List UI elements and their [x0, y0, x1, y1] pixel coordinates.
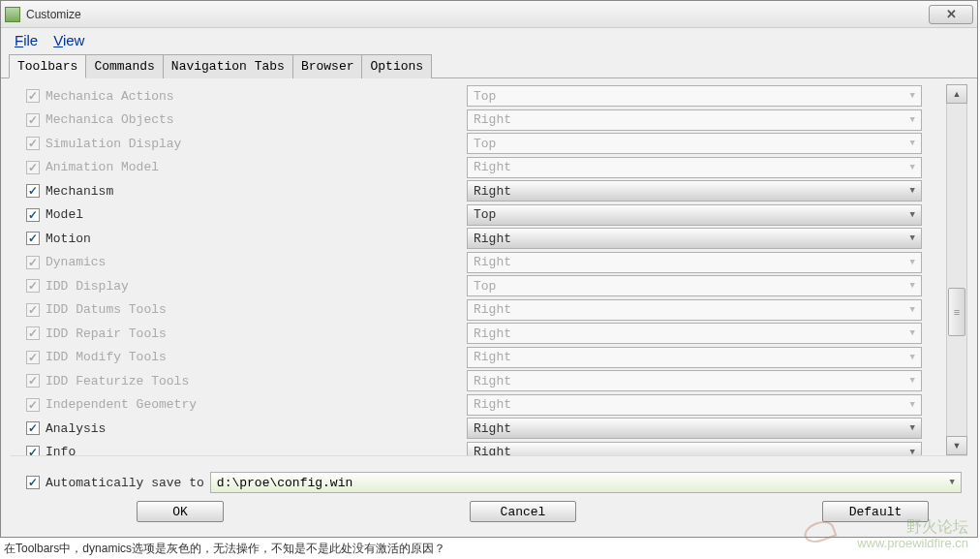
toolbar-label: Analysis: [46, 421, 467, 436]
position-dropdown: Right: [467, 347, 922, 368]
toolbar-checkbox: [26, 161, 40, 174]
toolbar-checkbox: [26, 89, 40, 103]
toolbar-checkbox: [26, 326, 40, 340]
toolbar-row: IDD Modify ToolsRight: [11, 346, 942, 370]
toolbar-row: MotionRight: [11, 227, 942, 251]
toolbar-label: Animation Model: [46, 160, 467, 174]
toolbar-list: Mechanica ActionsTopMechanica ObjectsRig…: [11, 84, 942, 455]
toolbar-row: IDD Datums ToolsRight: [11, 298, 942, 323]
toolbar-row: MechanismRight: [11, 179, 942, 203]
position-dropdown: Right: [467, 252, 922, 273]
toolbar-checkbox: [26, 374, 40, 388]
position-dropdown: Top: [467, 275, 922, 296]
tab-toolbars[interactable]: Toolbars: [9, 54, 86, 78]
toolbar-label: IDD Modify Tools: [46, 350, 467, 364]
toolbar-label: IDD Datums Tools: [46, 302, 467, 317]
position-dropdown: Top: [467, 133, 922, 154]
toolbar-label: Info: [46, 445, 467, 455]
position-dropdown[interactable]: Right: [467, 442, 922, 455]
toolbar-label: Independent Geometry: [46, 397, 467, 412]
toolbar-row: Mechanica ObjectsRight: [11, 109, 942, 133]
position-dropdown: Right: [467, 157, 922, 178]
tab-commands[interactable]: Commands: [85, 54, 163, 78]
position-dropdown: Top: [467, 85, 922, 107]
autosave-checkbox[interactable]: [26, 476, 40, 489]
customize-window: Customize ✕ File View ToolbarsCommandsNa…: [0, 0, 978, 538]
toolbar-row: DynamicsRight: [11, 251, 942, 275]
window-title: Customize: [26, 8, 929, 21]
ok-button[interactable]: OK: [137, 501, 224, 522]
menu-view[interactable]: View: [47, 30, 90, 50]
default-button[interactable]: Default: [822, 501, 929, 522]
position-dropdown: Right: [467, 370, 922, 391]
toolbar-row: Simulation DisplayTop: [11, 132, 942, 156]
scrollbar[interactable]: ▲ ▼: [946, 84, 967, 455]
toolbar-label: Motion: [46, 232, 467, 246]
toolbar-row: IDD Featurize ToolsRight: [11, 369, 942, 393]
scroll-up-icon[interactable]: ▲: [946, 84, 967, 104]
toolbar-checkbox: [26, 279, 40, 293]
toolbar-label: Mechanism: [46, 184, 467, 199]
toolbar-row: Animation ModelRight: [11, 156, 942, 180]
toolbar-row: ModelTop: [11, 203, 942, 228]
toolbar-row: Mechanica ActionsTop: [11, 84, 942, 109]
position-dropdown[interactable]: Right: [467, 180, 922, 202]
position-dropdown: Right: [467, 394, 922, 416]
position-dropdown: Right: [467, 323, 922, 344]
menu-file[interactable]: File: [9, 30, 44, 50]
toolbar-label: Dynamics: [46, 255, 467, 269]
autosave-row: Automatically save to d:\proe\config.win: [11, 472, 967, 493]
tab-navigation-tabs[interactable]: Navigation Tabs: [163, 54, 293, 78]
titlebar: Customize ✕: [1, 1, 977, 28]
cancel-button[interactable]: Cancel: [470, 501, 576, 522]
position-dropdown[interactable]: Right: [467, 228, 922, 249]
toolbar-checkbox[interactable]: [26, 208, 40, 222]
toolbar-checkbox: [26, 351, 40, 364]
position-dropdown: Right: [467, 109, 922, 131]
toolbar-label: Mechanica Actions: [46, 89, 467, 104]
close-icon[interactable]: ✕: [929, 5, 973, 24]
scroll-thumb[interactable]: [948, 288, 965, 336]
toolbar-label: IDD Featurize Tools: [46, 374, 467, 388]
toolbar-checkbox: [26, 303, 40, 317]
toolbar-checkbox: [26, 113, 40, 127]
toolbar-checkbox[interactable]: [26, 421, 40, 435]
toolbar-label: IDD Repair Tools: [46, 326, 467, 341]
toolbar-checkbox: [26, 256, 40, 269]
tab-options[interactable]: Options: [361, 54, 432, 78]
toolbar-label: Simulation Display: [46, 137, 467, 151]
toolbar-checkbox[interactable]: [26, 232, 40, 245]
toolbar-list-container: Mechanica ActionsTopMechanica ObjectsRig…: [11, 84, 967, 456]
toolbar-checkbox[interactable]: [26, 184, 40, 198]
toolbar-label: Mechanica Objects: [46, 112, 467, 127]
window-icon: [5, 7, 20, 22]
toolbar-row: IDD DisplayTop: [11, 274, 942, 298]
toolbar-checkbox[interactable]: [26, 446, 40, 455]
position-dropdown[interactable]: Right: [467, 418, 922, 439]
position-dropdown: Right: [467, 299, 922, 321]
footnote-text: 在Toolbars中，dynamics选项是灰色的，无法操作，不知是不是此处没有…: [4, 541, 445, 557]
toolbar-row: AnalysisRight: [11, 417, 942, 441]
scroll-track[interactable]: [946, 104, 967, 436]
toolbar-row: IDD Repair ToolsRight: [11, 322, 942, 346]
menubar: File View: [1, 28, 977, 51]
toolbar-row: InfoRight: [11, 441, 942, 456]
toolbar-label: Model: [46, 207, 467, 222]
tab-browser[interactable]: Browser: [292, 54, 363, 78]
tabstrip: ToolbarsCommandsNavigation TabsBrowserOp…: [1, 53, 977, 78]
toolbar-label: IDD Display: [46, 279, 467, 294]
toolbar-checkbox: [26, 398, 40, 412]
toolbar-row: Independent GeometryRight: [11, 393, 942, 418]
content-area: Mechanica ActionsTopMechanica ObjectsRig…: [1, 78, 977, 518]
position-dropdown[interactable]: Top: [467, 204, 922, 226]
toolbar-checkbox: [26, 137, 40, 150]
autosave-label: Automatically save to: [46, 476, 204, 490]
scroll-down-icon[interactable]: ▼: [946, 436, 967, 455]
button-row: OK Cancel Default: [11, 493, 967, 522]
autosave-path-input[interactable]: d:\proe\config.win: [210, 472, 962, 493]
